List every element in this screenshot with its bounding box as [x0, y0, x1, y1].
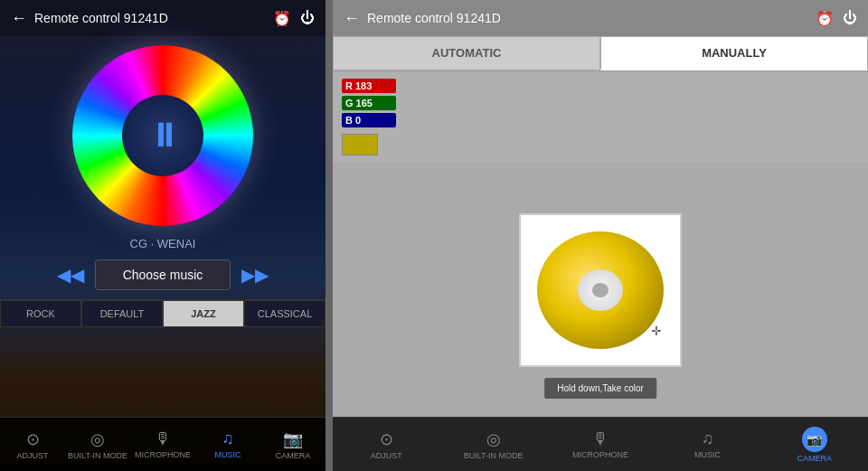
right-nav-builtin[interactable]: ◎ BUILT-IN MODE [439, 418, 546, 471]
tabs-bar: AUTOMATIC MANUALLY [333, 36, 868, 71]
right-nav-camera[interactable]: 📷 CAMERA [761, 418, 868, 471]
color-swatch [342, 134, 378, 155]
left-panel: ← Remote control 91241D ⏰ ⏻ ⏸ CG · WENAI… [0, 0, 326, 471]
left-nav-microphone[interactable]: 🎙 MICROPHONE [130, 418, 195, 471]
right-adjust-icon: ⊙ [380, 429, 393, 449]
tab-automatic[interactable]: AUTOMATIC [333, 36, 600, 71]
vinyl-inner: ⏸ [122, 95, 203, 176]
prev-button[interactable]: ◀◀ [57, 264, 84, 286]
music-controls: ◀◀ Choose music ▶▶ [16, 259, 309, 290]
right-mic-icon: 🎙 [592, 429, 609, 448]
mic-icon: 🎙 [155, 429, 171, 448]
genre-jazz[interactable]: JAZZ [163, 300, 244, 327]
left-title: Remote control 91241D [34, 11, 273, 25]
color-row-g: G 165 [342, 96, 859, 110]
camera-icon-left: 📷 [283, 429, 303, 449]
right-nav-music-label: MUSIC [694, 450, 721, 459]
tape-center [592, 283, 609, 297]
panel-divider [326, 0, 333, 471]
right-top-bar: ← Remote control 91241D ⏰ ⏻ [333, 0, 868, 36]
left-back-button[interactable]: ← [11, 9, 27, 28]
color-panel: R 183 G 165 B 0 [333, 71, 868, 163]
left-nav-mic-label: MICROPHONE [135, 450, 191, 459]
right-panel: ← Remote control 91241D ⏰ ⏻ AUTOMATIC MA… [333, 0, 868, 471]
next-button[interactable]: ▶▶ [241, 264, 269, 286]
right-back-button[interactable]: ← [344, 9, 360, 28]
choose-music-button[interactable]: Choose music [95, 259, 231, 290]
left-top-icons: ⏰ ⏻ [273, 10, 315, 27]
left-nav-builtin[interactable]: ◎ BUILT-IN MODE [65, 418, 130, 471]
left-nav-music-label: MUSIC [215, 450, 241, 459]
left-nav-music[interactable]: ♫ MUSIC [195, 418, 260, 471]
left-power-icon[interactable]: ⏻ [300, 10, 315, 26]
play-pause-icon: ⏸ [148, 117, 177, 155]
genre-rock[interactable]: ROCK [0, 300, 81, 327]
left-alarm-icon[interactable]: ⏰ [273, 10, 291, 27]
left-nav-builtin-label: BUILT-IN MODE [68, 451, 127, 460]
tape-roll [533, 227, 668, 353]
color-row-b: B 0 [342, 113, 859, 127]
right-nav-camera-label: CAMERA [797, 454, 833, 463]
left-nav-camera[interactable]: 📷 CAMERA [260, 418, 326, 471]
genre-default[interactable]: DEFAULT [81, 300, 163, 327]
left-nav-adjust[interactable]: ⊙ ADJUST [0, 418, 65, 471]
left-top-bar: ← Remote control 91241D ⏰ ⏻ [0, 0, 326, 36]
hold-down-button[interactable]: Hold down,Take color [544, 378, 656, 399]
tape-inner [578, 269, 623, 311]
right-camera-icon: 📷 [802, 427, 827, 452]
vinyl-ring[interactable]: ⏸ [72, 45, 253, 226]
music-icon: ♫ [222, 429, 234, 448]
genre-classical[interactable]: CLASSICAL [244, 300, 326, 327]
right-builtin-icon: ◎ [486, 429, 501, 449]
color-label-r: R 183 [342, 79, 396, 93]
color-label-g: G 165 [342, 96, 396, 110]
builtin-icon: ◎ [90, 429, 105, 449]
genre-bar: ROCK DEFAULT JAZZ CLASSICAL [0, 299, 326, 327]
crosshair-icon: ✛ [651, 324, 662, 338]
right-music-icon: ♫ [702, 429, 714, 448]
right-nav-adjust-label: ADJUST [371, 451, 402, 460]
left-nav-adjust-label: ADJUST [16, 451, 48, 460]
right-nav-mic-label: MICROPHONE [572, 450, 628, 459]
right-top-icons: ⏰ ⏻ [816, 10, 857, 27]
right-nav-music[interactable]: ♫ MUSIC [654, 418, 760, 471]
left-nav-camera-label: CAMERA [276, 451, 311, 460]
right-title: Remote control 91241D [367, 11, 816, 25]
album-area: ⏸ CG · WENAI ◀◀ Choose music ▶▶ ROCK DEF… [0, 36, 326, 417]
right-alarm-icon[interactable]: ⏰ [816, 10, 834, 27]
right-power-icon[interactable]: ⏻ [843, 10, 857, 26]
tape-outer [537, 231, 664, 349]
photo-frame: ✛ [519, 213, 682, 367]
right-bottom-nav: ⊙ ADJUST ◎ BUILT-IN MODE 🎙 MICROPHONE ♫ … [333, 417, 868, 471]
camera-preview: ✛ Hold down,Take color [333, 163, 868, 417]
album-name: CG · WENAI [130, 237, 196, 250]
color-label-b: B 0 [342, 113, 396, 127]
left-bottom-nav: ⊙ ADJUST ◎ BUILT-IN MODE 🎙 MICROPHONE ♫ … [0, 417, 326, 471]
tab-manually[interactable]: MANUALLY [600, 36, 868, 71]
right-nav-microphone[interactable]: 🎙 MICROPHONE [547, 418, 654, 471]
right-nav-builtin-label: BUILT-IN MODE [464, 451, 524, 460]
color-row-r: R 183 [342, 79, 859, 93]
right-nav-adjust[interactable]: ⊙ ADJUST [333, 418, 439, 471]
adjust-icon: ⊙ [26, 429, 40, 449]
